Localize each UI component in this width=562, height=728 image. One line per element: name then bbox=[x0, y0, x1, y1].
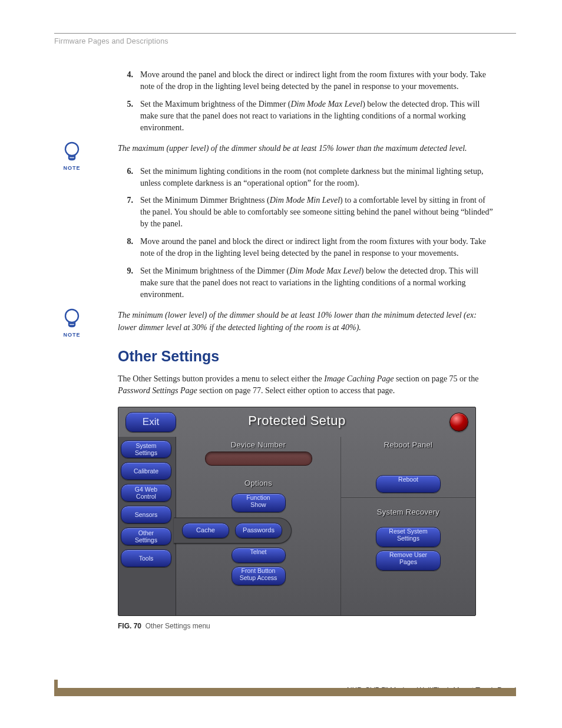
step-6: 6. Set the minimum lighting conditions i… bbox=[118, 166, 495, 189]
sidebar: System Settings Calibrate G4 Web Control… bbox=[118, 437, 176, 615]
note-lightbulb-icon: NOTE bbox=[54, 307, 90, 338]
step-5: 5. Set the Maximum brightness of the Dim… bbox=[118, 98, 495, 134]
step-number: 9. bbox=[118, 265, 140, 301]
step-text: Set the Minimum brightness of the Dimmer… bbox=[140, 265, 495, 301]
section-paragraph: The Other Settings button provides a men… bbox=[118, 373, 495, 397]
sidebar-item-other-settings[interactable]: Other Settings bbox=[121, 528, 171, 545]
status-indicator-icon bbox=[449, 413, 468, 431]
svg-point-3 bbox=[65, 309, 78, 322]
note-lightbulb-icon: NOTE bbox=[54, 140, 90, 171]
step-text: Set the Maximum brightness of the Dimmer… bbox=[140, 98, 495, 134]
step-text: Move around the panel and block the dire… bbox=[140, 236, 495, 259]
label-reboot-panel: Reboot Panel bbox=[341, 437, 475, 452]
note-label: NOTE bbox=[54, 165, 90, 171]
note-block-2: NOTE The minimum (lower level) of the di… bbox=[54, 309, 516, 334]
label-options: Options bbox=[176, 475, 340, 490]
step-number: 6. bbox=[118, 166, 140, 189]
step-text: Set the Minimum Dimmer Brightness (Dim M… bbox=[140, 195, 495, 230]
sidebar-item-sensors[interactable]: Sensors bbox=[121, 506, 171, 523]
step-number: 4. bbox=[118, 69, 140, 93]
figure-label: FIG. 70 bbox=[118, 622, 141, 630]
figure-caption-text: Other Settings menu bbox=[146, 622, 210, 630]
function-show-button[interactable]: Function Show bbox=[232, 493, 286, 512]
figure-screenshot-other-settings: Exit Protected Setup System Settings Cal… bbox=[118, 407, 476, 616]
figure-caption: FIG. 70 Other Settings menu bbox=[118, 622, 495, 630]
step-text: Move around the panel and block the dire… bbox=[140, 69, 495, 93]
step-7: 7. Set the Minimum Dimmer Brightness (Di… bbox=[118, 195, 495, 230]
step-number: 8. bbox=[118, 236, 140, 259]
telnet-button[interactable]: Telnet bbox=[232, 548, 286, 563]
note-label: NOTE bbox=[54, 332, 90, 338]
step-4: 4. Move around the panel and block the d… bbox=[118, 69, 495, 93]
page-footer: 74 NXD-CV5 5" Modero Wall/Flush Mount To… bbox=[54, 688, 516, 702]
exit-button[interactable]: Exit bbox=[125, 412, 176, 432]
remove-user-pages-button[interactable]: Remove User Pages bbox=[376, 551, 441, 571]
other-settings-flyout: Cache Passwords bbox=[174, 518, 292, 543]
reboot-button[interactable]: Reboot bbox=[376, 475, 441, 493]
label-system-recovery: System Recovery bbox=[341, 504, 475, 519]
cache-button[interactable]: Cache bbox=[182, 523, 229, 538]
sidebar-item-calibrate[interactable]: Calibrate bbox=[121, 462, 171, 480]
step-9: 9. Set the Minimum brightness of the Dim… bbox=[118, 265, 495, 301]
step-number: 5. bbox=[118, 98, 140, 134]
svg-point-0 bbox=[65, 143, 78, 156]
sidebar-item-tools[interactable]: Tools bbox=[121, 549, 171, 567]
step-text: Set the minimum lighting conditions in t… bbox=[140, 166, 495, 189]
step-8: 8. Move around the panel and block the d… bbox=[118, 236, 495, 259]
reset-system-settings-button[interactable]: Reset System Settings bbox=[376, 527, 441, 547]
running-header: Firmware Pages and Descriptions bbox=[54, 37, 516, 45]
note-text: The minimum (lower level) of the dimmer … bbox=[118, 309, 483, 334]
label-device-number: Device Number bbox=[176, 437, 340, 452]
sidebar-item-system-settings[interactable]: System Settings bbox=[121, 440, 171, 458]
passwords-button[interactable]: Passwords bbox=[235, 523, 282, 538]
note-block-1: NOTE The maximum (upper level) of the di… bbox=[54, 143, 516, 154]
note-text: The maximum (upper level) of the dimmer … bbox=[118, 143, 483, 154]
device-number-field[interactable] bbox=[205, 452, 312, 466]
step-number: 7. bbox=[118, 195, 140, 230]
sidebar-item-g4-web-control[interactable]: G4 Web Control bbox=[121, 484, 171, 502]
section-heading-other-settings: Other Settings bbox=[118, 348, 495, 365]
front-button-setup-access-button[interactable]: Front Button Setup Access bbox=[232, 566, 286, 585]
